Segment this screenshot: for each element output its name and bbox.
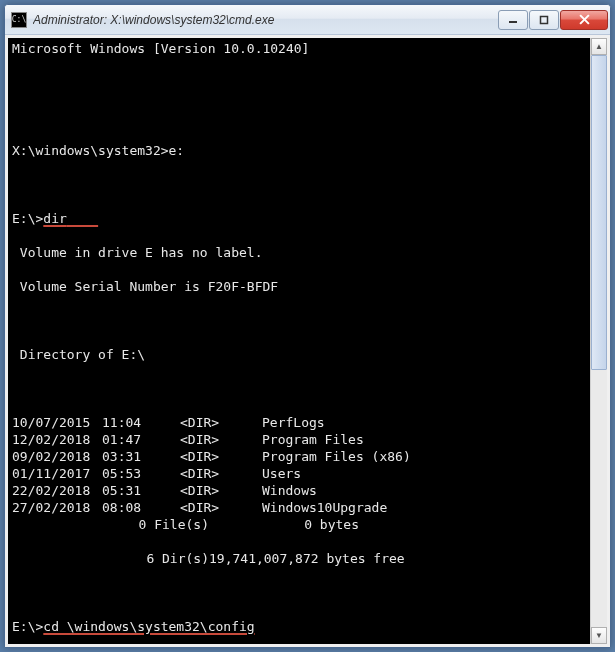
window-title: Administrator: X:\windows\system32\cmd.e… [33, 13, 498, 27]
cmd-icon: C:\ [11, 12, 27, 28]
scrollbar-track[interactable] [591, 55, 607, 627]
command: dir [43, 211, 66, 226]
maximize-icon [539, 15, 549, 25]
scrollbar-thumb[interactable] [591, 55, 607, 370]
cmd-window: C:\ Administrator: X:\windows\system32\c… [4, 4, 611, 648]
scroll-down-button[interactable]: ▼ [591, 627, 607, 644]
close-icon [579, 14, 590, 25]
maximize-button[interactable] [529, 10, 559, 30]
titlebar[interactable]: C:\ Administrator: X:\windows\system32\c… [5, 5, 610, 35]
dir-summary: 6 Dir(s)19,741,007,872 bytes free [12, 550, 586, 567]
volume-label: Volume in drive E has no label. [12, 244, 586, 261]
prompt: X:\windows\system32> [12, 143, 169, 158]
window-controls [498, 10, 608, 30]
volume-serial: Volume Serial Number is F20F-BFDF [12, 278, 586, 295]
terminal-output[interactable]: Microsoft Windows [Version 10.0.10240] X… [8, 38, 590, 644]
close-button[interactable] [560, 10, 608, 30]
client-area: Microsoft Windows [Version 10.0.10240] X… [5, 35, 610, 647]
directory-of: Directory of E:\ [12, 346, 586, 363]
dir-entry: 10/07/201511:04<DIR>PerfLogs [12, 414, 586, 431]
version-line: Microsoft Windows [Version 10.0.10240] [12, 40, 586, 57]
dir-entry: 09/02/201803:31<DIR>Program Files (x86) [12, 448, 586, 465]
dir-entry: 01/11/201705:53<DIR>Users [12, 465, 586, 482]
vertical-scrollbar[interactable]: ▲ ▼ [590, 38, 607, 644]
svg-rect-1 [541, 16, 548, 23]
scroll-up-button[interactable]: ▲ [591, 38, 607, 55]
prompt: E:\> [12, 211, 43, 226]
file-summary: 0 File(s)0 bytes [12, 516, 586, 533]
directory-listing: 10/07/201511:04<DIR>PerfLogs12/02/201801… [12, 414, 586, 516]
command: e: [169, 143, 185, 158]
dir-entry: 12/02/201801:47<DIR>Program Files [12, 431, 586, 448]
command: cd \windows\system32\config [43, 619, 254, 634]
dir-entry: 27/02/201808:08<DIR>Windows10Upgrade [12, 499, 586, 516]
minimize-button[interactable] [498, 10, 528, 30]
minimize-icon [508, 15, 518, 25]
dir-entry: 22/02/201805:31<DIR>Windows [12, 482, 586, 499]
prompt: E:\> [12, 619, 43, 634]
